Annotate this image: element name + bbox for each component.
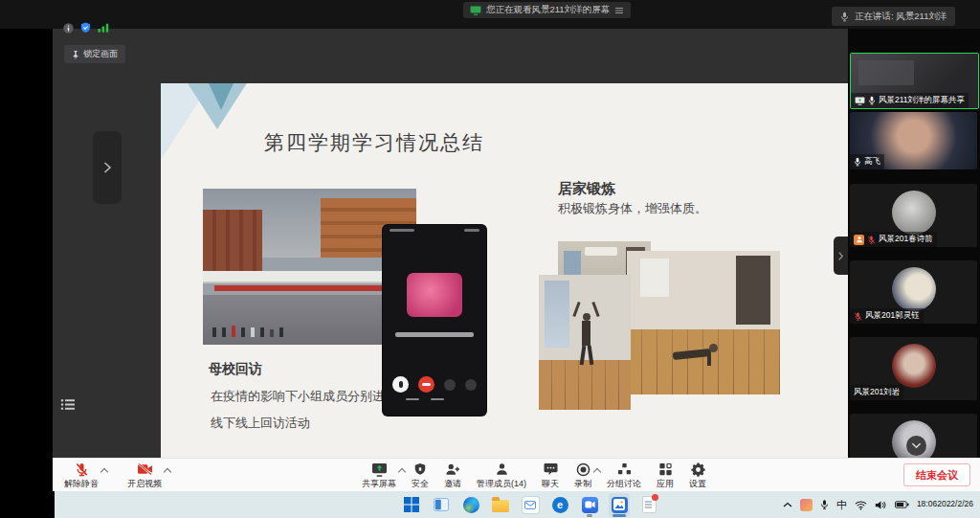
speaker-icon [875, 500, 887, 510]
apps-button[interactable]: 应用 [652, 462, 679, 490]
mail-button[interactable] [520, 493, 541, 517]
tray-app-icon [800, 499, 813, 511]
browser-e-button[interactable]: e [549, 493, 570, 517]
avatar [892, 191, 936, 235]
meeting-toolbar: 解除静音 开启视频 共享屏幕 [53, 458, 980, 491]
share-screen-button[interactable]: 共享屏幕 [357, 462, 401, 490]
windows-logo-icon [404, 497, 419, 512]
chevron-right-icon [102, 161, 112, 174]
video-options-caret[interactable] [163, 467, 172, 477]
slide-school-visit-line1: 在疫情的影响下小组成员分别进行 [211, 388, 397, 405]
speaking-banner: 正在讲话: 风景211刘洋 [832, 7, 955, 26]
annotation-list-button[interactable] [57, 395, 78, 413]
participant-name: 风景211刘洋的屏幕共享 [879, 95, 965, 106]
taskbar-clock[interactable]: 18:06 2022/2/26 [917, 499, 973, 509]
mail-icon [523, 497, 539, 513]
avatar [892, 344, 936, 388]
start-video-button[interactable]: 开启视频 [122, 462, 167, 490]
invite-button[interactable]: 邀请 [439, 462, 466, 490]
unmute-button[interactable]: 解除静音 [59, 462, 103, 490]
encryption-shield-icon[interactable] [80, 22, 91, 34]
participant-tile-video[interactable]: 高飞 [850, 112, 977, 169]
active-app-button[interactable] [609, 493, 630, 517]
battery-button[interactable] [895, 501, 909, 508]
photo-exercise-pushup [627, 251, 780, 394]
mic-icon [820, 499, 829, 510]
participant-name: 风景201刘岩 [854, 387, 900, 398]
host-badge-icon [854, 235, 864, 245]
settings-gear-icon [691, 462, 705, 477]
scroll-participants-down-button[interactable] [906, 436, 926, 456]
participant-tile[interactable]: 风景201郭灵钰 [850, 260, 977, 324]
participants-icon [495, 462, 509, 477]
wifi-icon [855, 500, 867, 510]
viewing-banner-text: 您正在观看风景211刘洋的屏幕 [486, 4, 610, 16]
mic-muted-icon [867, 236, 876, 244]
left-panel-expander[interactable] [93, 131, 122, 204]
chat-button[interactable]: 聊天 [537, 462, 564, 490]
security-shield-icon [413, 462, 427, 477]
pin-screen-label: 锁定画面 [83, 48, 118, 60]
mic-muted-icon [854, 312, 862, 321]
sidebar-collapse-tab[interactable] [834, 236, 848, 275]
chat-icon [544, 462, 558, 477]
slide-home-exercise-heading: 居家锻炼 [558, 180, 615, 198]
chat-label: 聊天 [542, 478, 559, 490]
task-view-button[interactable] [431, 493, 452, 517]
record-options-caret[interactable] [592, 467, 602, 477]
ime-indicator[interactable]: 中 [836, 498, 847, 512]
meeting-app-button[interactable] [579, 493, 600, 517]
pin-screen-button[interactable]: 锁定画面 [64, 45, 125, 63]
chevron-up-icon [783, 502, 792, 507]
shared-screen-view: 第四学期学习情况总结 [53, 29, 848, 458]
mic-on-icon [868, 96, 876, 105]
unmute-label: 解除静音 [64, 478, 99, 490]
screen-share-icon [470, 6, 481, 15]
pin-icon [72, 50, 79, 59]
photo-video-call-screenshot [383, 225, 486, 416]
tray-mic-button[interactable] [820, 499, 829, 510]
notification-badge [652, 494, 658, 501]
participant-name: 高飞 [864, 156, 880, 168]
speaking-banner-text: 正在讲话: 风景211刘洋 [855, 11, 947, 23]
settings-button[interactable]: 设置 [684, 462, 711, 490]
breakout-rooms-label: 分组讨论 [607, 478, 641, 490]
participant-tile[interactable]: 风景201春诗箭 [850, 184, 977, 247]
apps-icon [658, 462, 673, 477]
participants-sidebar: 风景211刘洋的屏幕共享 高飞 风景201春诗箭 风景201郭 [848, 29, 980, 458]
viewing-banner[interactable]: 您正在观看风景211刘洋的屏幕 [463, 2, 631, 18]
slide-school-visit-line2: 线下线上回访活动 [211, 415, 310, 432]
mic-icon [840, 11, 849, 22]
edge-icon [463, 497, 479, 513]
meeting-window: 您正在观看风景211刘洋的屏幕 正在讲话: 风景211刘洋 锁定画面 第四学期学… [0, 0, 980, 518]
screen-share-mini-icon [855, 97, 865, 105]
security-button[interactable]: 安全 [407, 462, 434, 490]
wifi-button[interactable] [855, 500, 867, 510]
document-app-button[interactable] [638, 493, 659, 517]
clock-date: 2022/2/26 [937, 499, 973, 509]
clock-time: 18:06 [917, 499, 937, 509]
photo-app-icon [612, 497, 628, 513]
file-explorer-button[interactable] [490, 493, 511, 517]
participant-tile-screen-share[interactable]: 风景211刘洋的屏幕共享 [850, 53, 979, 109]
slide-home-exercise-body: 积极锻炼身体，增强体质。 [558, 200, 707, 217]
edge-browser-button[interactable] [460, 493, 481, 517]
record-button[interactable]: 录制 [569, 462, 596, 490]
end-meeting-button[interactable]: 结束会议 [903, 463, 970, 486]
audio-options-caret[interactable] [100, 467, 109, 477]
camera-off-icon [137, 462, 153, 477]
tray-app-button[interactable] [800, 499, 813, 511]
phone-mute-button [392, 376, 409, 393]
banner-menu-icon[interactable] [614, 7, 624, 14]
task-view-icon [434, 497, 449, 512]
tray-expand-button[interactable] [783, 502, 792, 507]
participant-name: 风景201春诗箭 [879, 234, 933, 245]
invite-label: 邀请 [444, 478, 461, 490]
manage-members-button[interactable]: 管理成员(14) [472, 462, 531, 490]
info-icon[interactable] [63, 23, 74, 34]
breakout-rooms-button[interactable]: 分组讨论 [602, 462, 646, 490]
start-button[interactable] [401, 493, 422, 517]
participant-tile[interactable]: 风景201刘岩 [850, 337, 977, 400]
volume-button[interactable] [875, 500, 887, 510]
share-options-caret[interactable] [397, 467, 407, 477]
